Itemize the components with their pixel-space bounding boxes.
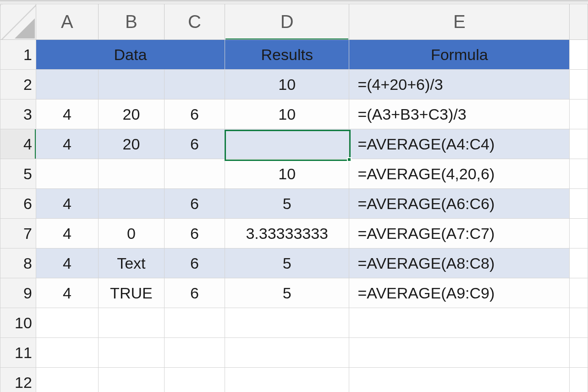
cell-A4[interactable]: 4: [36, 129, 98, 159]
cell-C4[interactable]: 6: [164, 129, 225, 159]
cell-B8[interactable]: Text: [99, 248, 165, 278]
row-7: 7 4 0 6 3.33333333 =AVERAGE(A7:C7): [0, 219, 588, 248]
cell-A12[interactable]: [36, 368, 98, 392]
row-header-4[interactable]: 4: [0, 129, 36, 159]
row-header-3[interactable]: 3: [0, 99, 36, 129]
window-chrome-bar: [0, 0, 588, 1]
row-header-8[interactable]: 8: [0, 248, 36, 278]
row-1: 1 Data Results Formula: [0, 40, 588, 70]
cell-B6[interactable]: [99, 189, 165, 219]
cell-blank[interactable]: [570, 368, 588, 392]
cell-A5[interactable]: [36, 159, 98, 189]
cell-E2[interactable]: =(4+20+6)/3: [349, 70, 570, 99]
window-chrome-bar: [0, 3, 588, 3]
row-header-12[interactable]: 12: [0, 368, 36, 392]
cell-C3[interactable]: 6: [164, 99, 225, 129]
cell-E11[interactable]: [349, 338, 570, 368]
cell-E4[interactable]: =AVERAGE(A4:C4): [349, 129, 570, 159]
cell-C12[interactable]: [164, 368, 225, 392]
row-5: 5 10 =AVERAGE(4,20,6): [0, 159, 588, 189]
row-header-6[interactable]: 6: [0, 189, 36, 219]
window-chrome-bar: [0, 1, 588, 2]
cell-D3[interactable]: 10: [225, 99, 349, 129]
column-header-B[interactable]: B: [99, 4, 165, 40]
cell-D8[interactable]: 5: [225, 248, 349, 278]
cell-D10[interactable]: [225, 308, 349, 338]
column-header-C[interactable]: C: [164, 4, 225, 40]
spreadsheet-grid[interactable]: A B C D E 1 Data Results Formula 2 10 =(…: [0, 4, 588, 392]
cell-C10[interactable]: [164, 308, 225, 338]
cell-A11[interactable]: [36, 338, 98, 368]
cell-C2[interactable]: [164, 70, 225, 99]
cell-B7[interactable]: 0: [99, 219, 165, 248]
row-header-7[interactable]: 7: [0, 219, 36, 248]
cell-blank[interactable]: [570, 99, 588, 129]
cell-C6[interactable]: 6: [164, 189, 225, 219]
cell-C9[interactable]: 6: [164, 278, 225, 308]
cell-blank[interactable]: [570, 308, 588, 338]
table-header-results[interactable]: Results: [225, 40, 349, 70]
cell-B10[interactable]: [99, 308, 165, 338]
column-header-E[interactable]: E: [349, 4, 570, 40]
cell-blank[interactable]: [570, 40, 588, 70]
cell-E10[interactable]: [349, 308, 570, 338]
cell-B11[interactable]: [99, 338, 165, 368]
cell-A10[interactable]: [36, 308, 98, 338]
row-header-2[interactable]: 2: [0, 70, 36, 99]
cell-C11[interactable]: [164, 338, 225, 368]
column-header-A[interactable]: A: [36, 4, 98, 40]
row-header-10[interactable]: 10: [0, 308, 36, 338]
cell-B12[interactable]: [99, 368, 165, 392]
row-header-11[interactable]: 11: [0, 338, 36, 368]
cell-D9[interactable]: 5: [225, 278, 349, 308]
cell-E9[interactable]: =AVERAGE(A9:C9): [349, 278, 570, 308]
cell-D2[interactable]: 10: [225, 70, 349, 99]
cell-A2[interactable]: [36, 70, 98, 99]
cell-E5[interactable]: =AVERAGE(4,20,6): [349, 159, 570, 189]
cell-E6[interactable]: =AVERAGE(A6:C6): [349, 189, 570, 219]
cell-D12[interactable]: [225, 368, 349, 392]
cell-E8[interactable]: =AVERAGE(A8:C8): [349, 248, 570, 278]
cell-A9[interactable]: 4: [36, 278, 98, 308]
cell-blank[interactable]: [570, 159, 588, 189]
cell-blank[interactable]: [570, 248, 588, 278]
row-8: 8 4 Text 6 5 =AVERAGE(A8:C8): [0, 248, 588, 278]
cell-A7[interactable]: 4: [36, 219, 98, 248]
row-11: 11: [0, 338, 588, 368]
column-header-blank[interactable]: [570, 4, 588, 40]
cell-C5[interactable]: [164, 159, 225, 189]
cell-A8[interactable]: 4: [36, 248, 98, 278]
cell-D4[interactable]: [225, 129, 349, 159]
cell-B5[interactable]: [99, 159, 165, 189]
table-header-formula[interactable]: Formula: [349, 40, 570, 70]
cell-A6[interactable]: 4: [36, 189, 98, 219]
cell-blank[interactable]: [570, 189, 588, 219]
row-header-1[interactable]: 1: [0, 40, 36, 70]
select-all-corner[interactable]: [0, 4, 36, 40]
cell-C7[interactable]: 6: [164, 219, 225, 248]
cell-E12[interactable]: [349, 368, 570, 392]
cell-B3[interactable]: 20: [99, 99, 165, 129]
cell-blank[interactable]: [570, 129, 588, 159]
cell-blank[interactable]: [570, 219, 588, 248]
cell-blank[interactable]: [570, 338, 588, 368]
cell-D6[interactable]: 5: [225, 189, 349, 219]
spreadsheet-viewport: A B C D E 1 Data Results Formula 2 10 =(…: [0, 0, 588, 392]
cell-blank[interactable]: [570, 70, 588, 99]
row-header-9[interactable]: 9: [0, 278, 36, 308]
row-2: 2 10 =(4+20+6)/3: [0, 70, 588, 99]
cell-C8[interactable]: 6: [164, 248, 225, 278]
cell-A3[interactable]: 4: [36, 99, 98, 129]
cell-B2[interactable]: [99, 70, 165, 99]
table-header-data[interactable]: Data: [36, 40, 225, 70]
row-header-5[interactable]: 5: [0, 159, 36, 189]
column-header-D[interactable]: D: [225, 4, 349, 40]
cell-E3[interactable]: =(A3+B3+C3)/3: [349, 99, 570, 129]
cell-D11[interactable]: [225, 338, 349, 368]
cell-blank[interactable]: [570, 278, 588, 308]
cell-E7[interactable]: =AVERAGE(A7:C7): [349, 219, 570, 248]
cell-B9[interactable]: TRUE: [99, 278, 165, 308]
cell-D5[interactable]: 10: [225, 159, 349, 189]
cell-D7[interactable]: 3.33333333: [225, 219, 349, 248]
cell-B4[interactable]: 20: [99, 129, 165, 159]
